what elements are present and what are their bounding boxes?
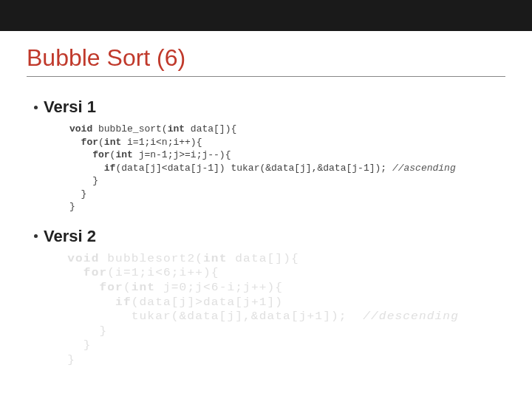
code-text: (data[j]>data[j+1]): [132, 296, 283, 308]
code-line: for(int i=1;i<n;i++){: [69, 136, 505, 149]
code-text: data[]){: [185, 123, 236, 134]
code-text: (i=1;i<6;i++){: [107, 267, 219, 279]
code-line: void bubble_sort(int data[]){: [69, 123, 505, 136]
code-line: }: [69, 174, 505, 188]
kw-int: int: [104, 137, 121, 148]
code-line: for(int j=n-1;j>=i;j--){: [69, 149, 505, 162]
code-line: void bubblesort2(int data[]){: [67, 252, 532, 267]
bullet-label-2: Versi 2: [44, 227, 96, 246]
kw-void: void: [67, 253, 99, 265]
slide-title: Bubble Sort (6): [27, 44, 505, 77]
bullet-versi-2: Versi 2: [27, 227, 505, 246]
code-line: }: [67, 324, 532, 339]
code-block-versi-2: void bubblesort2(int data[]){ for(i=1;i<…: [27, 252, 532, 368]
kw-for: for: [67, 267, 107, 279]
code-line: }: [69, 188, 505, 201]
kw-if: if: [67, 296, 132, 308]
code-text: (: [123, 282, 132, 293]
code-line: for(i=1;i<6;i++){: [67, 266, 532, 281]
bullet-icon: [34, 106, 38, 109]
code-line: }: [67, 353, 532, 368]
code-line: }: [69, 200, 505, 214]
code-line: if(data[j]>data[j+1]): [67, 296, 532, 310]
bullet-versi-1: Versi 1: [27, 98, 505, 117]
code-line: if(data[j]<data[j-1]) tukar(&data[j],&da…: [69, 162, 505, 175]
code-text: i=1;i<n;i++){: [121, 137, 202, 148]
code-text: bubblesort2(: [99, 253, 203, 265]
code-comment: //descending: [363, 310, 459, 322]
kw-int: int: [132, 282, 155, 293]
code-block-versi-1: void bubble_sort(int data[]){ for(int i=…: [27, 123, 505, 214]
kw-for: for: [67, 282, 123, 293]
kw-for: for: [69, 137, 98, 148]
code-text: (data[j]<data[j-1]) tukar(&data[j],&data…: [115, 163, 392, 174]
code-text: data[]){: [227, 253, 299, 265]
code-text: bubble_sort(: [92, 123, 167, 134]
code-text: j=n-1;j>=i;j--){: [133, 149, 231, 160]
code-comment: //ascending: [392, 163, 456, 174]
kw-if: if: [69, 163, 115, 174]
kw-int: int: [203, 253, 227, 265]
code-text: (: [98, 137, 104, 148]
code-line: }: [67, 338, 532, 353]
slide-content: Bubble Sort (6) Versi 1 void bubble_sort…: [0, 31, 532, 368]
bullet-label-1: Versi 1: [44, 98, 96, 117]
slide-topbar: [0, 0, 532, 31]
code-line: for(int j=0;j<6-i;j++){: [67, 281, 532, 296]
kw-int: int: [168, 123, 185, 134]
kw-int: int: [115, 149, 132, 160]
kw-void: void: [69, 123, 92, 134]
kw-for: for: [69, 149, 110, 160]
bullet-icon: [34, 234, 38, 238]
code-line: tukar(&data[j],&data[j+1]); //descending: [67, 310, 532, 324]
code-text: tukar(&data[j],&data[j+1]);: [67, 310, 363, 322]
code-text: j=0;j<6-i;j++){: [155, 282, 283, 293]
